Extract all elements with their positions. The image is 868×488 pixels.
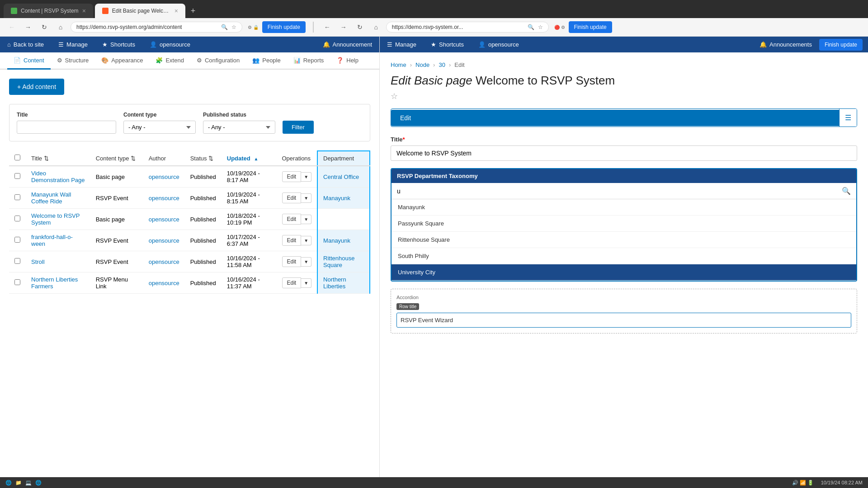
shortcuts-nav-item[interactable]: ★ Shortcuts (95, 37, 142, 52)
taxonomy-search-input[interactable] (392, 184, 836, 198)
row-title-link-0[interactable]: Video Demonstration Page (31, 170, 85, 183)
content-type-select[interactable]: - Any - Basic page RSVP Event RSVP Menu … (123, 121, 196, 134)
row-author-link-1[interactable]: opensource (149, 195, 179, 202)
select-all-checkbox[interactable] (14, 155, 20, 160)
back-button-right[interactable]: ← (321, 21, 334, 33)
tab-edit-basic[interactable]: Edit Basic page Welcome to... × (95, 4, 185, 18)
announcement-item[interactable]: 🔔 Announcement (316, 37, 379, 52)
right-shortcuts-item[interactable]: ★ Shortcuts (424, 37, 471, 52)
row-title-link-4[interactable]: Stroll (31, 258, 45, 265)
forward-button[interactable]: → (22, 21, 34, 33)
row-edit-btn-4[interactable]: Edit (282, 256, 302, 267)
reload-button-right[interactable]: ↻ (354, 21, 366, 33)
filter-button[interactable]: Filter (283, 121, 314, 134)
updated-column-header[interactable]: Updated ▲ (222, 151, 277, 166)
row-dept-link-5[interactable]: Northern Liberties (323, 276, 346, 290)
new-tab-button[interactable]: + (187, 5, 199, 18)
favorite-star-icon[interactable]: ☆ (391, 91, 857, 101)
nav-reports[interactable]: 📊 Reports (287, 52, 330, 70)
opensource-nav-item[interactable]: 👤 opensource (142, 37, 198, 52)
taxonomy-option-0[interactable]: Manayunk (392, 199, 856, 216)
nav-configuration[interactable]: ⚙ Configuration (190, 52, 246, 70)
breadcrumb-30[interactable]: 30 (439, 61, 445, 68)
row-updated-cell: 10/18/2024 - 10:19 PM (222, 209, 277, 230)
row-title-link-3[interactable]: frankford-hall-o-ween (31, 234, 73, 247)
row-edit-dropdown-btn-5[interactable]: ▼ (301, 278, 311, 288)
row-author-link-2[interactable]: opensource (149, 216, 179, 223)
breadcrumb-node[interactable]: Node (415, 61, 429, 68)
row-author-link-3[interactable]: opensource (149, 237, 179, 244)
finish-update-btn-left[interactable]: Finish update (262, 21, 306, 33)
row-edit-dropdown-btn-4[interactable]: ▼ (301, 257, 311, 267)
finish-update-btn-right-nav[interactable]: Finish update (819, 39, 863, 51)
row-dept-link-1[interactable]: Manayunk (323, 195, 350, 202)
edit-tab[interactable]: Edit (391, 110, 839, 126)
add-content-button[interactable]: + Add content (9, 79, 64, 95)
manage-nav-item[interactable]: ☰ Manage (51, 37, 95, 52)
back-button[interactable]: ← (5, 21, 18, 33)
row-checkbox-3[interactable] (14, 237, 20, 243)
nav-appearance[interactable]: 🎨 Appearance (95, 52, 149, 70)
taxonomy-option-4[interactable]: University City (392, 264, 856, 281)
title-field-label: Title* (391, 136, 857, 143)
right-manage-item[interactable]: ☰ Manage (380, 37, 424, 52)
row-edit-dropdown-btn-2[interactable]: ▼ (301, 215, 311, 224)
row-ops-cell: Edit ▼ (277, 251, 318, 272)
tab-content-rsvp[interactable]: Content | RSVP System × (4, 4, 93, 18)
content-type-column-header[interactable]: Content type ⇅ (90, 151, 143, 166)
row-author-link-5[interactable]: opensource (149, 280, 179, 286)
row-checkbox-2[interactable] (14, 216, 20, 221)
title-column-header[interactable]: Title ⇅ (26, 151, 90, 166)
row-edit-dropdown-btn-1[interactable]: ▼ (301, 193, 311, 203)
forward-button-right[interactable]: → (337, 21, 350, 33)
breadcrumb-home[interactable]: Home (391, 61, 406, 68)
nav-people[interactable]: 👥 People (246, 52, 287, 70)
left-admin-nav: ⌂ Back to site ☰ Manage ★ Shortcuts 👤 op… (0, 37, 379, 52)
row-edit-btn-5[interactable]: Edit (282, 277, 302, 288)
right-opensource-item[interactable]: 👤 opensource (471, 37, 526, 52)
tab-close-2[interactable]: × (175, 7, 178, 14)
home-button-right[interactable]: ⌂ (370, 21, 382, 33)
row-checkbox-5[interactable] (14, 279, 20, 285)
row-checkbox-4[interactable] (14, 258, 20, 264)
nav-extend[interactable]: 🧩 Extend (149, 52, 190, 70)
left-address-bar[interactable]: https://demo.rsvp-system.org/admin/conte… (71, 22, 242, 33)
taxonomy-option-1[interactable]: Passyunk Square (392, 216, 856, 232)
taxonomy-option-3[interactable]: South Philly (392, 248, 856, 264)
row-edit-dropdown-btn-3[interactable]: ▼ (301, 236, 311, 245)
title-filter-input[interactable] (17, 121, 116, 134)
row-edit-btn-1[interactable]: Edit (282, 192, 302, 203)
nav-content[interactable]: 📄 Content (7, 52, 51, 70)
row-checkbox-0[interactable] (14, 173, 20, 179)
nav-help[interactable]: ❓ Help (330, 52, 365, 70)
nav-structure[interactable]: ⚙ Structure (51, 52, 95, 70)
edit-tab-menu-icon[interactable]: ☰ (839, 109, 857, 127)
row-dept-link-0[interactable]: Central Office (323, 174, 359, 180)
accordion-input[interactable] (396, 313, 851, 328)
row-edit-dropdown-btn-0[interactable]: ▼ (301, 172, 311, 182)
tab-close-1[interactable]: × (82, 7, 86, 14)
row-edit-btn-3[interactable]: Edit (282, 235, 302, 246)
row-title-link-5[interactable]: Northern Liberties Farmers (31, 276, 78, 290)
row-title-link-1[interactable]: Manayunk Wall Coffee Ride (31, 191, 71, 205)
title-form-field: Title* (391, 136, 857, 161)
status-select[interactable]: - Any - Published Unpublished (203, 121, 275, 134)
right-address-bar[interactable]: https://demo.rsvp-system.or... 🔍 ☆ (386, 22, 549, 33)
row-edit-btn-2[interactable]: Edit (282, 214, 302, 225)
row-title-link-2[interactable]: Welcome to RSVP System (31, 212, 80, 226)
row-author-link-4[interactable]: opensource (149, 258, 179, 265)
status-column-header[interactable]: Status ⇅ (185, 151, 222, 166)
row-dept-link-4[interactable]: Rittenhouse Square (323, 255, 354, 268)
row-edit-btn-0[interactable]: Edit (282, 171, 302, 182)
back-to-site-link[interactable]: ⌂ Back to site (0, 37, 51, 52)
title-input[interactable] (391, 145, 857, 161)
taxonomy-option-2[interactable]: Rittenhouse Square (392, 232, 856, 248)
reload-button[interactable]: ↻ (38, 21, 51, 33)
row-dept-link-3[interactable]: Manayunk (323, 237, 350, 244)
row-content-type-cell: RSVP Event (90, 188, 143, 209)
finish-update-btn-right[interactable]: Finish update (569, 21, 612, 33)
right-announcements-item[interactable]: 🔔 Announcements (752, 37, 819, 52)
row-checkbox-1[interactable] (14, 194, 20, 200)
row-author-link-0[interactable]: opensource (149, 174, 179, 180)
home-button[interactable]: ⌂ (54, 21, 67, 33)
